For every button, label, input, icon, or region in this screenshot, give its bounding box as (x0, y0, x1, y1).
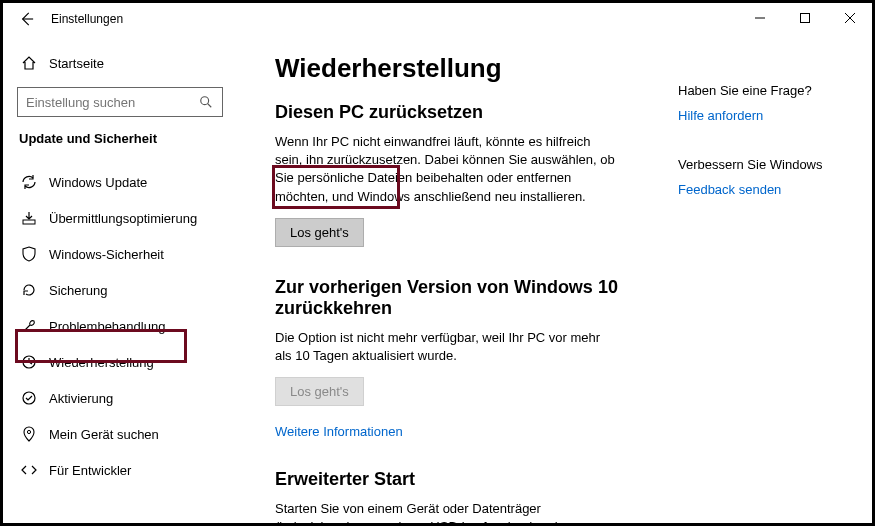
sync-icon (21, 174, 37, 190)
more-info-link[interactable]: Weitere Informationen (275, 424, 635, 439)
reset-heading: Diesen PC zurücksetzen (275, 102, 635, 123)
shield-icon (21, 246, 37, 262)
sidebar: Startseite Update und Sicherheit Windows… (3, 35, 233, 523)
sidebar-item-backup[interactable]: Sicherung (17, 272, 223, 308)
window-controls (737, 3, 872, 33)
wrench-icon (21, 318, 37, 334)
right-column: Haben Sie eine Frage? Hilfe anfordern Ve… (672, 35, 872, 523)
sidebar-item-label: Für Entwickler (49, 463, 131, 478)
home-icon (21, 55, 37, 71)
home-button[interactable]: Startseite (17, 47, 223, 79)
sidebar-item-label: Problembehandlung (49, 319, 165, 334)
sidebar-item-label: Windows-Sicherheit (49, 247, 164, 262)
advanced-heading: Erweiterter Start (275, 469, 635, 490)
sidebar-item-recovery[interactable]: Wiederherstellung (17, 344, 223, 380)
search-icon (198, 94, 214, 110)
reset-get-started-button[interactable]: Los geht's (275, 218, 364, 247)
section-go-back: Zur vorherigen Version von Windows 10 zu… (275, 277, 635, 439)
search-input[interactable] (26, 95, 198, 110)
goback-description: Die Option ist nicht mehr verfügbar, wei… (275, 329, 615, 365)
search-box[interactable] (17, 87, 223, 117)
svg-line-5 (208, 104, 212, 108)
minimize-button[interactable] (737, 3, 782, 33)
window-title: Einstellungen (51, 12, 123, 26)
sidebar-item-label: Aktivierung (49, 391, 113, 406)
help-heading: Haben Sie eine Frage? (678, 83, 856, 98)
svg-point-4 (201, 97, 209, 105)
sidebar-item-label: Sicherung (49, 283, 108, 298)
improve-heading: Verbessern Sie Windows (678, 157, 856, 172)
svg-point-8 (23, 392, 35, 404)
section-reset-pc: Diesen PC zurücksetzen Wenn Ihr PC nicht… (275, 102, 635, 247)
sidebar-item-label: Übermittlungsoptimierung (49, 211, 197, 226)
close-button[interactable] (827, 3, 872, 33)
goback-get-started-button: Los geht's (275, 377, 364, 406)
back-button[interactable] (11, 3, 43, 35)
developer-icon (21, 462, 37, 478)
sidebar-item-label: Mein Gerät suchen (49, 427, 159, 442)
main-panel: Wiederherstellung Diesen PC zurücksetzen… (233, 35, 672, 523)
svg-rect-6 (23, 220, 35, 224)
get-help-link[interactable]: Hilfe anfordern (678, 108, 856, 123)
sidebar-item-delivery-optimization[interactable]: Übermittlungsoptimierung (17, 200, 223, 236)
send-feedback-link[interactable]: Feedback senden (678, 182, 856, 197)
location-icon (21, 426, 37, 442)
maximize-button[interactable] (782, 3, 827, 33)
sidebar-item-find-my-device[interactable]: Mein Gerät suchen (17, 416, 223, 452)
reset-description: Wenn Ihr PC nicht einwandfrei läuft, kön… (275, 133, 615, 206)
sidebar-item-troubleshoot[interactable]: Problembehandlung (17, 308, 223, 344)
sidebar-item-activation[interactable]: Aktivierung (17, 380, 223, 416)
home-label: Startseite (49, 56, 104, 71)
page-title: Wiederherstellung (275, 53, 652, 84)
svg-point-9 (27, 430, 30, 433)
sidebar-item-for-developers[interactable]: Für Entwickler (17, 452, 223, 488)
delivery-icon (21, 210, 37, 226)
sidebar-item-windows-security[interactable]: Windows-Sicherheit (17, 236, 223, 272)
sidebar-item-windows-update[interactable]: Windows Update (17, 164, 223, 200)
sidebar-section-header: Update und Sicherheit (19, 131, 223, 146)
sidebar-item-label: Wiederherstellung (49, 355, 154, 370)
arrow-left-icon (20, 12, 34, 26)
svg-rect-1 (800, 14, 809, 23)
goback-heading: Zur vorherigen Version von Windows 10 zu… (275, 277, 635, 319)
recovery-icon (21, 354, 37, 370)
activation-icon (21, 390, 37, 406)
backup-icon (21, 282, 37, 298)
section-advanced-startup: Erweiterter Start Starten Sie von einem … (275, 469, 635, 523)
sidebar-item-label: Windows Update (49, 175, 147, 190)
advanced-description: Starten Sie von einem Gerät oder Datentr… (275, 500, 615, 523)
